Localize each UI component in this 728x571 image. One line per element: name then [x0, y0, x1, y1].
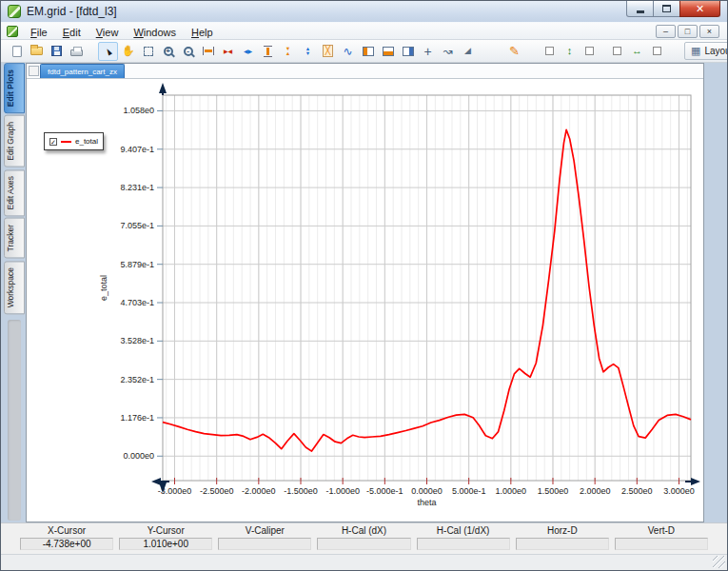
document-tab[interactable]: fdtd_pattern_cart_zx	[40, 64, 125, 78]
svg-text:1.176e-1: 1.176e-1	[120, 413, 154, 423]
v-fit-checkbox-right[interactable]	[580, 42, 600, 61]
mdi-window-buttons: –□×	[656, 25, 719, 38]
status-label: V-Caliper	[218, 525, 311, 538]
chart-legend: ✓ e_total	[44, 132, 104, 150]
mdi-minimize-button[interactable]: –	[656, 25, 676, 38]
fit-height-icon[interactable]	[258, 42, 278, 61]
edit-pencil-icon[interactable]: ✎	[504, 42, 524, 61]
v-fit-checkbox-left[interactable]	[540, 42, 560, 61]
close-button[interactable]: ✕	[679, 1, 720, 17]
status-label: Vert-D	[615, 525, 708, 538]
autoscale-icon[interactable]: ╳	[318, 42, 338, 61]
menu-item-edit[interactable]: Edit	[55, 25, 89, 40]
status-value: 1.010e+00	[119, 538, 212, 550]
document-icon	[7, 26, 18, 37]
status-field-v-caliper: V-Caliper	[218, 525, 311, 554]
status-label: X-Cursor	[20, 525, 113, 538]
panel-right-icon[interactable]	[398, 42, 418, 61]
svg-text:2.352e-1: 2.352e-1	[120, 375, 154, 384]
status-field-h-cal-1-dx: H-Cal (1/dX)	[417, 525, 510, 554]
save-icon[interactable]	[47, 42, 67, 61]
mdi-close-button[interactable]: ×	[699, 25, 719, 38]
panel-bottom-icon[interactable]	[378, 42, 398, 61]
side-tab-tracker[interactable]: Tracker	[4, 218, 25, 259]
svg-text:theta: theta	[417, 498, 436, 507]
fit-width-icon[interactable]	[198, 42, 218, 61]
legend-line-sample	[61, 141, 71, 143]
app-window: EM.grid - [fdtd_l3] ✕ FileEditViewWindow…	[0, 0, 728, 571]
svg-text:-1.500e0: -1.500e0	[284, 486, 318, 496]
h-fit-checkbox-right[interactable]	[647, 42, 667, 61]
status-value	[417, 538, 510, 550]
maximize-icon	[662, 5, 671, 12]
sine-wave-icon[interactable]: ∿	[338, 42, 358, 61]
window-title: EM.grid - [fdtd_l3]	[27, 5, 117, 18]
menu-item-view[interactable]: View	[89, 25, 127, 40]
v-fit-arrows-icon[interactable]: ↕	[560, 42, 580, 61]
status-field-h-cal-dx: H-Cal (dX)	[317, 525, 410, 554]
pan-hand-icon[interactable]: ✋	[118, 42, 138, 61]
svg-text:7.055e-1: 7.055e-1	[120, 221, 154, 230]
svg-text:3.000e0: 3.000e0	[663, 486, 695, 496]
chart-svg[interactable]: -3.000e0-2.500e0-2.000e0-1.500e0-1.000e0…	[27, 79, 703, 522]
maximize-button[interactable]	[654, 1, 679, 17]
svg-text:2.000e0: 2.000e0	[580, 486, 611, 496]
status-value: -4.738e+00	[20, 538, 113, 550]
status-label: Horz-D	[516, 525, 609, 538]
svg-text:0.000e0: 0.000e0	[123, 451, 154, 461]
status-label: H-Cal (1/dX)	[417, 525, 510, 538]
zoom-out-icon[interactable]: -	[178, 42, 198, 61]
status-field-horz-d: Horz-D	[516, 525, 609, 554]
open-file-icon[interactable]	[27, 42, 47, 61]
app-icon	[8, 5, 21, 18]
expand-vertical-icon[interactable]: ▲▼	[298, 42, 318, 61]
menu-item-help[interactable]: Help	[184, 25, 221, 40]
menu-item-file[interactable]: File	[23, 25, 55, 40]
svg-text:1.000e0: 1.000e0	[496, 486, 527, 496]
tab-list-button[interactable]	[29, 66, 39, 76]
side-tab-strip: Edit PlotsEdit GraphEdit AxesTrackerWork…	[4, 63, 25, 522]
legend-checkbox[interactable]: ✓	[49, 138, 57, 146]
layout-button[interactable]: ▦Layout▾	[684, 42, 728, 60]
document-tab-bar: fdtd_pattern_cart_zx	[27, 64, 703, 79]
mdi-restore-button[interactable]: □	[678, 25, 698, 38]
svg-text:e_total: e_total	[99, 275, 108, 301]
title-bar: EM.grid - [fdtd_l3] ✕	[1, 1, 727, 22]
svg-text:-2.000e0: -2.000e0	[242, 486, 276, 496]
minimize-button[interactable]	[626, 1, 654, 17]
side-strip-track	[8, 320, 21, 521]
tracker-curve-icon[interactable]: ↝	[438, 42, 458, 61]
side-tab-edit-graph[interactable]: Edit Graph	[4, 115, 25, 167]
svg-text:-1.000e0: -1.000e0	[325, 486, 360, 496]
zoom-in-icon[interactable]: +	[158, 42, 178, 61]
h-fit-checkbox-left[interactable]	[607, 42, 627, 61]
status-value	[317, 538, 410, 550]
svg-text:-5.000e-1: -5.000e-1	[366, 486, 403, 496]
pointer-tool-icon[interactable]: ▲	[98, 42, 118, 61]
toolbar: ▲✋+-▶◀◀▶▼▲▲▼╳∿+↝◢✎↕↔▦Layout▾	[1, 40, 727, 63]
svg-text:0.000e0: 0.000e0	[411, 486, 443, 496]
panel-left-icon[interactable]	[358, 42, 378, 61]
h-fit-arrows-icon[interactable]: ↔	[627, 42, 647, 61]
svg-text:1.500e0: 1.500e0	[538, 486, 569, 496]
svg-text:3.528e-1: 3.528e-1	[120, 336, 154, 345]
collapse-vertical-icon[interactable]: ▼▲	[278, 42, 298, 61]
legend-series-label: e_total	[75, 137, 98, 146]
expand-horizontal-icon[interactable]: ◀▶	[238, 42, 258, 61]
peak-marker-icon[interactable]: ◢	[458, 42, 478, 61]
side-tab-edit-plots[interactable]: Edit Plots	[4, 63, 25, 113]
minimize-icon	[637, 10, 644, 13]
side-tab-edit-axes[interactable]: Edit Axes	[4, 169, 25, 216]
crosshair-icon[interactable]: +	[418, 42, 438, 61]
resize-grip[interactable]	[713, 556, 725, 568]
status-value	[615, 538, 708, 550]
status-field-y-cursor: Y-Cursor1.010e+00	[119, 525, 212, 554]
zoom-box-icon[interactable]	[138, 42, 158, 61]
side-tab-workspace[interactable]: Workspace	[4, 261, 25, 314]
print-icon[interactable]	[67, 42, 87, 61]
svg-text:4.703e-1: 4.703e-1	[120, 298, 154, 307]
chart-region: -3.000e0-2.500e0-2.000e0-1.500e0-1.000e0…	[27, 79, 703, 522]
menu-item-windows[interactable]: Windows	[126, 25, 184, 40]
new-document-icon[interactable]	[7, 42, 27, 61]
collapse-horizontal-icon[interactable]: ▶◀	[218, 42, 238, 61]
